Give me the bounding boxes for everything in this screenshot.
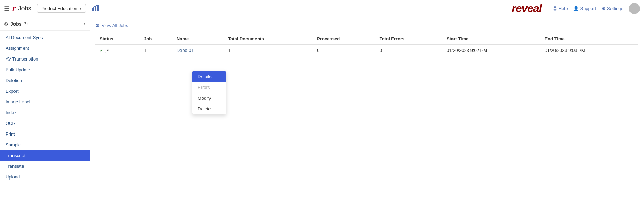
row-start-time: 01/20/2023 9:02 PM — [442, 45, 540, 56]
sidebar-item-sample[interactable]: Sample — [0, 139, 90, 150]
row-name[interactable]: Depo-01 — [172, 45, 224, 56]
sidebar-item-bulk-update[interactable]: Bulk Update — [0, 64, 90, 75]
sidebar-item-transcript[interactable]: Transcript — [0, 150, 90, 161]
collapse-sidebar-button[interactable]: ‹ — [84, 21, 85, 27]
row-total-errors: 0 — [375, 45, 442, 56]
app-title: Jobs — [18, 5, 31, 12]
settings-link[interactable]: ⚙ Settings — [601, 6, 623, 11]
sidebar-item-ocr[interactable]: OCR — [0, 118, 90, 129]
main-layout: ⚙ Jobs ↻ ‹ AI Document Sync Assignment A… — [0, 17, 644, 211]
svg-rect-1 — [95, 6, 96, 11]
hamburger-icon[interactable]: ☰ — [4, 5, 10, 12]
col-job: Job — [140, 34, 172, 45]
support-icon: 👤 — [573, 6, 579, 11]
sidebar-item-translate[interactable]: Translate — [0, 161, 90, 172]
brand-logo-r[interactable]: r — [12, 4, 16, 13]
help-link[interactable]: ⓪ Help — [553, 6, 568, 12]
col-processed: Processed — [313, 34, 375, 45]
sidebar-item-export[interactable]: Export — [0, 86, 90, 97]
view-all-jobs-label: View All Jobs — [102, 23, 128, 28]
sidebar-item-av-transcription[interactable]: AV Transcription — [0, 54, 90, 64]
sidebar-item-assignment[interactable]: Assignment — [0, 43, 90, 54]
sidebar-header: ⚙ Jobs ↻ ‹ — [0, 17, 90, 31]
col-status: Status — [95, 34, 140, 45]
row-dropdown-button[interactable]: ▾ — [105, 48, 110, 53]
jobs-table: Status Job Name Total Documents Processe… — [95, 34, 638, 56]
header-left: ☰ r Jobs Product Education ▼ — [4, 4, 512, 13]
workspace-dropdown-arrow: ▼ — [79, 7, 82, 10]
user-avatar[interactable] — [629, 3, 640, 14]
sidebar-item-upload[interactable]: Upload — [0, 172, 90, 182]
menu-item-errors: Errors — [192, 82, 226, 93]
sidebar-item-print[interactable]: Print — [0, 129, 90, 139]
row-context-menu: Details Errors Modify Delete — [192, 71, 226, 114]
workspace-name: Product Education — [41, 6, 77, 11]
row-end-time: 01/20/2023 9:03 PM — [540, 45, 638, 56]
col-name: Name — [172, 34, 224, 45]
settings-icon: ⚙ — [601, 6, 606, 11]
menu-item-delete[interactable]: Delete — [192, 103, 226, 114]
sidebar-item-image-label[interactable]: Image Label — [0, 97, 90, 107]
col-end-time: End Time — [540, 34, 638, 45]
col-total-errors: Total Errors — [375, 34, 442, 45]
col-total-documents: Total Documents — [224, 34, 313, 45]
refresh-icon[interactable]: ↻ — [24, 21, 28, 27]
reveal-brand-logo: reveal — [512, 2, 542, 15]
menu-item-modify[interactable]: Modify — [192, 93, 226, 103]
view-all-jobs-icon: ⚙ — [95, 23, 100, 28]
sidebar: ⚙ Jobs ↻ ‹ AI Document Sync Assignment A… — [0, 17, 90, 211]
settings-label: Settings — [607, 6, 623, 11]
header-right: reveal ⓪ Help 👤 Support ⚙ Settings — [512, 2, 640, 15]
gear-icon: ⚙ — [4, 21, 8, 27]
sidebar-title: Jobs — [10, 21, 22, 27]
col-start-time: Start Time — [442, 34, 540, 45]
sidebar-nav: AI Document Sync Assignment AV Transcrip… — [0, 31, 90, 211]
sidebar-item-deletion[interactable]: Deletion — [0, 75, 90, 86]
row-total-documents: 1 — [224, 45, 313, 56]
chart-icon[interactable] — [92, 4, 99, 13]
support-label: Support — [580, 6, 596, 11]
sidebar-item-ai-document-sync[interactable]: AI Document Sync — [0, 32, 90, 43]
workspace-dropdown[interactable]: Product Education ▼ — [37, 4, 86, 13]
top-header: ☰ r Jobs Product Education ▼ reveal ⓪ He… — [0, 0, 644, 17]
view-all-jobs-link[interactable]: ⚙ View All Jobs — [95, 23, 638, 28]
content-area: ⚙ View All Jobs Status Job Name Total Do… — [90, 17, 644, 211]
svg-rect-0 — [92, 8, 94, 11]
help-icon: ⓪ — [553, 6, 557, 12]
row-processed: 0 — [313, 45, 375, 56]
help-label: Help — [559, 6, 568, 11]
svg-rect-2 — [97, 5, 99, 11]
menu-item-details[interactable]: Details — [192, 71, 226, 82]
support-link[interactable]: 👤 Support — [573, 6, 596, 11]
table-row: ✓ ▾ 1 Depo-01 1 0 0 01/20/2023 9:02 PM 0… — [95, 45, 638, 56]
sidebar-item-index[interactable]: Index — [0, 107, 90, 118]
status-check-icon: ✓ — [100, 47, 104, 53]
row-status-cell: ✓ ▾ — [95, 45, 140, 56]
row-job-number: 1 — [140, 45, 172, 56]
